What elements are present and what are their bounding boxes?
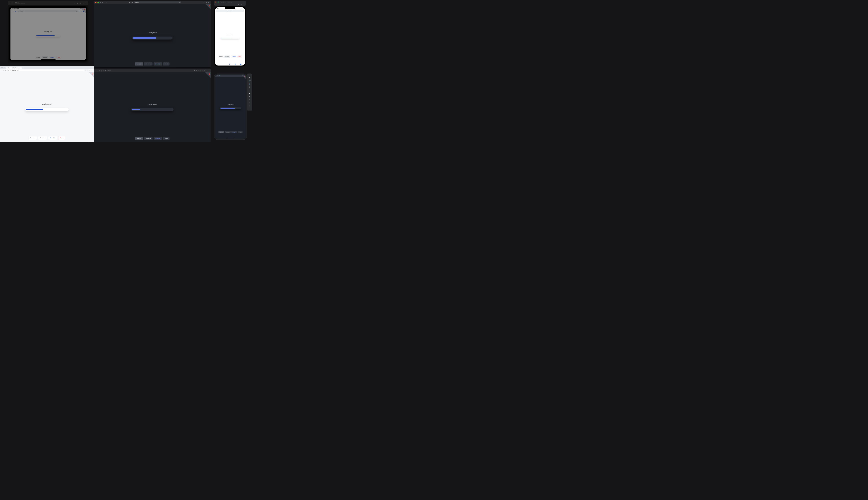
reload-icon[interactable] bbox=[179, 2, 180, 3]
screenshot-icon[interactable] bbox=[238, 4, 240, 5]
visbug-corner[interactable] bbox=[205, 4, 210, 9]
bookmark-icon[interactable] bbox=[85, 70, 86, 71]
avatar-icon[interactable] bbox=[206, 70, 207, 71]
simulator-toolbar-icons[interactable] bbox=[74, 2, 87, 4]
menu-icon[interactable] bbox=[208, 70, 209, 71]
back-icon[interactable] bbox=[218, 63, 220, 65]
forward-icon[interactable] bbox=[3, 70, 4, 71]
home-indicator[interactable] bbox=[227, 138, 234, 138]
increase-button[interactable]: Increase bbox=[35, 56, 41, 58]
tabs-icon[interactable] bbox=[240, 63, 242, 65]
screenshot-icon[interactable] bbox=[77, 2, 79, 4]
increase-button[interactable]: Increase bbox=[135, 62, 143, 66]
button-row: Increase Decrease Complete Reset bbox=[135, 137, 169, 140]
share-icon[interactable] bbox=[229, 63, 231, 65]
rotate-left-icon[interactable] bbox=[249, 86, 250, 88]
decrease-button[interactable]: Decrease bbox=[225, 131, 230, 133]
rotate-icon[interactable] bbox=[243, 4, 245, 5]
decrease-button[interactable]: Decrease bbox=[42, 56, 48, 58]
traffic-lights[interactable] bbox=[95, 2, 99, 3]
close-icon[interactable]: ✕ – bbox=[248, 74, 250, 76]
home-nav-icon[interactable] bbox=[249, 102, 250, 103]
more-icon[interactable] bbox=[249, 108, 250, 110]
decrease-button[interactable]: Decrease bbox=[144, 62, 152, 66]
home-indicator[interactable] bbox=[226, 65, 234, 65]
back-icon[interactable] bbox=[249, 99, 250, 100]
address-bar[interactable]: localhost bbox=[134, 1, 181, 3]
increase-button[interactable]: Increase bbox=[135, 137, 143, 140]
back-icon[interactable] bbox=[1, 70, 2, 71]
camera-icon[interactable] bbox=[249, 92, 250, 94]
increase-button[interactable]: Increase bbox=[218, 131, 224, 133]
increase-button[interactable]: Increase bbox=[218, 56, 224, 58]
home-icon[interactable] bbox=[241, 4, 242, 5]
forward-icon[interactable] bbox=[97, 70, 98, 71]
traffic-lights[interactable] bbox=[9, 3, 13, 3]
complete-button[interactable]: Complete bbox=[231, 56, 237, 58]
record-icon[interactable] bbox=[80, 2, 81, 4]
volume-down-icon[interactable] bbox=[249, 83, 250, 84]
rotate-right-icon[interactable] bbox=[249, 89, 250, 91]
back-icon[interactable] bbox=[95, 70, 96, 71]
complete-button[interactable]: Complete bbox=[49, 56, 56, 58]
decrease-button[interactable]: Decrease bbox=[144, 137, 152, 140]
back-icon[interactable] bbox=[104, 2, 105, 3]
window-titlebar[interactable]: iPhone 12 Pro – iOS 14.5 bbox=[214, 1, 246, 3]
home-indicator[interactable] bbox=[41, 59, 56, 60]
new-tab-icon[interactable] bbox=[206, 2, 207, 3]
new-tab-icon[interactable] bbox=[23, 68, 24, 68]
bookmarks-icon[interactable] bbox=[235, 63, 236, 65]
address-bar[interactable]: localhost:3000 bbox=[103, 70, 111, 71]
reload-icon[interactable] bbox=[99, 70, 100, 71]
close-tab-icon[interactable]: ✕ bbox=[21, 67, 21, 68]
traffic-lights[interactable] bbox=[215, 2, 219, 2]
toggle-icon[interactable] bbox=[74, 2, 76, 4]
visbug-corner[interactable] bbox=[88, 72, 94, 77]
window-titlebar[interactable]: iPad Air 4th generation – iOS 14.5 bbox=[8, 1, 88, 5]
reset-button[interactable]: Reset bbox=[163, 137, 169, 140]
overview-nav-icon[interactable] bbox=[249, 105, 250, 107]
extension-icon[interactable] bbox=[87, 70, 89, 71]
visbug-corner[interactable] bbox=[241, 75, 246, 79]
power-icon[interactable] bbox=[249, 77, 250, 78]
home-icon[interactable] bbox=[83, 2, 84, 4]
rotate-icon[interactable] bbox=[85, 2, 87, 4]
reload-icon[interactable] bbox=[5, 70, 7, 71]
reset-button[interactable]: Reset bbox=[238, 56, 242, 58]
devtools-device-icon[interactable] bbox=[194, 70, 195, 71]
tabs-overview-icon[interactable] bbox=[208, 2, 209, 3]
forward-icon[interactable] bbox=[224, 63, 225, 65]
forward-icon[interactable] bbox=[106, 2, 107, 3]
reset-button[interactable]: Reset bbox=[238, 131, 242, 133]
complete-button[interactable]: Complete bbox=[48, 136, 57, 140]
bookmark-icon[interactable] bbox=[198, 70, 199, 71]
share-icon[interactable] bbox=[196, 70, 197, 71]
site-info-icon[interactable] bbox=[10, 70, 11, 71]
extensions-menu-icon[interactable] bbox=[202, 70, 203, 71]
share-icon[interactable] bbox=[204, 2, 205, 3]
reading-list-icon[interactable] bbox=[204, 70, 205, 71]
shield-icon[interactable] bbox=[8, 70, 9, 71]
increase-button[interactable]: Increase bbox=[28, 136, 37, 140]
volume-up-icon[interactable] bbox=[249, 80, 250, 81]
privacy-icon[interactable] bbox=[132, 2, 133, 3]
zoom-in-icon[interactable] bbox=[249, 96, 250, 97]
address-bar[interactable]: localhost:3000 bbox=[8, 69, 84, 72]
reset-button[interactable]: Reset bbox=[57, 56, 61, 58]
complete-button[interactable]: Complete bbox=[153, 62, 162, 66]
complete-button[interactable]: Complete bbox=[231, 131, 237, 133]
reset-button[interactable]: Reset bbox=[163, 62, 169, 66]
site-info-icon[interactable] bbox=[101, 70, 102, 71]
theme-icon[interactable] bbox=[129, 2, 130, 3]
sidebar-toggle-icon[interactable] bbox=[100, 2, 101, 3]
extension2-icon[interactable] bbox=[89, 70, 91, 71]
browser-tab[interactable]: Progress | GUI Challenges ✕ bbox=[6, 67, 22, 69]
extension-icon[interactable] bbox=[200, 70, 201, 71]
complete-button[interactable]: Complete bbox=[153, 137, 162, 140]
menu-icon[interactable] bbox=[92, 70, 93, 71]
reset-button[interactable]: Reset bbox=[58, 136, 65, 140]
visbug-corner[interactable] bbox=[205, 72, 210, 78]
decrease-button[interactable]: Decrease bbox=[38, 136, 47, 140]
decrease-button[interactable]: Decrease bbox=[224, 56, 230, 58]
traffic-lights[interactable] bbox=[1, 67, 4, 68]
